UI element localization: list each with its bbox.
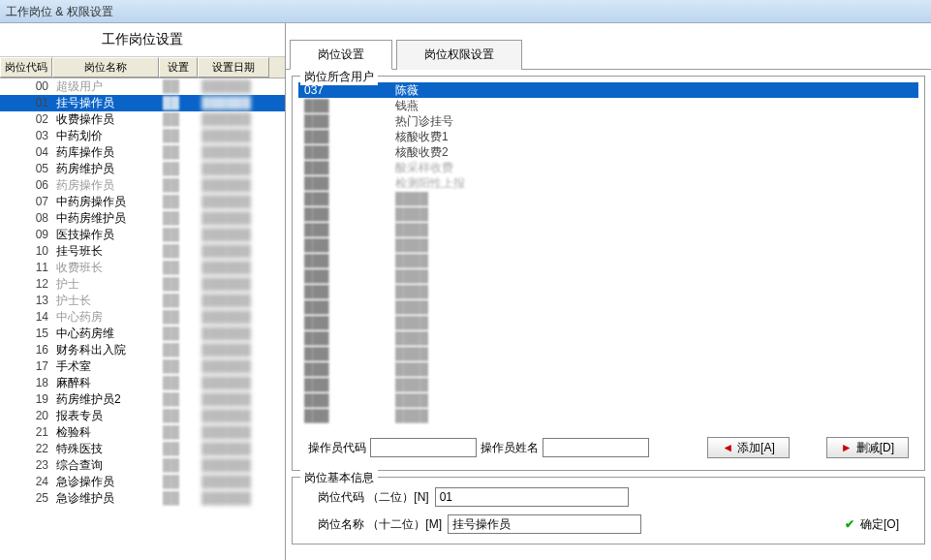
cell-set: ██ [159,375,198,391]
cell-date: ██████ [198,128,269,144]
user-row[interactable]: ███热门诊挂号 [298,113,918,129]
cell-set: ██ [159,111,198,128]
cell-name: 药房操作员 [52,177,159,194]
operator-code-input[interactable] [370,438,477,457]
table-row[interactable]: 07中药房操作员████████ [0,194,285,210]
table-row[interactable]: 20报表专员████████ [0,408,285,424]
cell-name: 急诊维护员 [52,490,159,507]
user-code: ███ [298,222,395,237]
tab-position-settings[interactable]: 岗位设置 [290,40,392,70]
user-code: ███ [298,299,395,315]
user-row[interactable]: ███████ [298,315,918,330]
cell-set: ██ [159,260,198,276]
user-row[interactable]: 037陈薇 [298,82,918,98]
add-button[interactable]: ◄ 添加[A] [707,437,790,458]
cell-name: 报表专员 [52,408,159,424]
table-row[interactable]: 19药房维护员2████████ [0,391,285,408]
table-row[interactable]: 05药房维护员████████ [0,161,285,177]
table-row[interactable]: 17手术室████████ [0,358,285,375]
cell-name: 护士长 [52,293,159,309]
table-row[interactable]: 14中心药房████████ [0,309,285,326]
delete-button[interactable]: ► 删减[D] [826,437,909,458]
table-row[interactable]: 01挂号操作员████████ [0,95,285,111]
user-row[interactable]: ███核酸收费2 [298,144,918,160]
user-row[interactable]: ███████ [298,284,918,299]
table-row[interactable]: 04药库操作员████████ [0,144,285,161]
table-row[interactable]: 06药房操作员████████ [0,177,285,194]
table-row[interactable]: 03中药划价████████ [0,128,285,144]
user-row[interactable]: ███核酸收费1 [298,129,918,144]
user-row[interactable]: ███████ [298,237,918,253]
user-row[interactable]: ███████ [298,299,918,315]
table-row[interactable]: 08中药房维护员████████ [0,210,285,227]
cell-code: 01 [0,95,52,111]
table-row[interactable]: 02收费操作员████████ [0,111,285,128]
cell-set: ██ [159,161,198,177]
user-row[interactable]: ███████ [298,268,918,284]
user-code: ███ [298,144,395,160]
user-row[interactable]: ███████ [298,361,918,377]
user-row[interactable]: ███钱燕 [298,98,918,113]
position-list[interactable]: 00超级用户████████01挂号操作员████████02收费操作员████… [0,78,285,560]
info-code-input[interactable] [435,487,629,507]
table-row[interactable]: 22特殊医技████████ [0,441,285,457]
cell-code: 19 [0,391,52,408]
window-title: 工作岗位 & 权限设置 [6,5,113,18]
user-name: ████ [395,392,918,408]
table-row[interactable]: 23综合查询████████ [0,457,285,474]
cell-set: ██ [159,474,198,490]
tab-permissions[interactable]: 岗位权限设置 [396,40,522,70]
user-row[interactable]: ███████ [298,206,918,222]
table-row[interactable]: 15中心药房维████████ [0,326,285,342]
table-row[interactable]: 11收费班长████████ [0,260,285,276]
col-set[interactable]: 设置 [159,57,198,78]
cell-date: ██████ [198,227,269,243]
user-row[interactable]: ███████ [298,408,918,423]
col-date[interactable]: 设置日期 [198,57,269,78]
cell-code: 15 [0,326,52,342]
table-row[interactable]: 21检验科████████ [0,424,285,441]
user-list[interactable]: 037陈薇███钱燕███热门诊挂号███核酸收费1███核酸收费2███酸采样… [298,82,918,431]
table-row[interactable]: 10挂号班长████████ [0,243,285,260]
operator-row: 操作员代码 操作员姓名 ◄ 添加[A] ► 删减[D] [298,431,918,464]
info-name-input[interactable] [448,514,641,534]
user-name: 检测阳性上报 [395,175,918,191]
operator-name-input[interactable] [543,438,649,457]
cell-code: 24 [0,474,52,490]
table-row[interactable]: 00超级用户████████ [0,78,285,95]
user-name: ████ [395,377,918,392]
table-row[interactable]: 16财务科出入院████████ [0,342,285,358]
user-code: ███ [298,98,395,113]
col-name[interactable]: 岗位名称 [52,57,159,78]
cell-date: ██████ [198,293,269,309]
cell-date: ██████ [198,260,269,276]
table-row[interactable]: 12护士████████ [0,276,285,293]
user-row[interactable]: ███████ [298,330,918,346]
add-button-label: 添加[A] [737,440,775,456]
table-row[interactable]: 13护士长████████ [0,293,285,309]
user-row[interactable]: ███检测阳性上报 [298,175,918,191]
table-row[interactable]: 25急诊维护员████████ [0,490,285,507]
table-row[interactable]: 24急诊操作员████████ [0,474,285,490]
user-row[interactable]: ███████ [298,191,918,206]
user-row[interactable]: ███████ [298,222,918,237]
cell-set: ██ [159,391,198,408]
user-name: ████ [395,253,918,268]
user-name: ████ [395,315,918,330]
user-row[interactable]: ███████ [298,377,918,392]
table-row[interactable]: 18麻醉科████████ [0,375,285,391]
user-name: 陈薇 [395,82,918,98]
user-row[interactable]: ███████ [298,392,918,408]
left-header: 工作岗位设置 [0,23,285,57]
col-code[interactable]: 岗位代码 [0,57,52,78]
user-row[interactable]: ███████ [298,346,918,361]
user-row[interactable]: ███酸采样收费 [298,160,918,175]
user-code: ███ [298,361,395,377]
right-pane: 岗位设置 岗位权限设置 岗位所含用户 037陈薇███钱燕███热门诊挂号███… [286,23,931,560]
table-row[interactable]: 09医技操作员████████ [0,227,285,243]
ok-button-label[interactable]: 确定[O] [860,516,899,533]
user-row[interactable]: ███████ [298,253,918,268]
user-name: ████ [395,330,918,346]
cell-date: ██████ [198,161,269,177]
cell-date: ██████ [198,210,269,227]
